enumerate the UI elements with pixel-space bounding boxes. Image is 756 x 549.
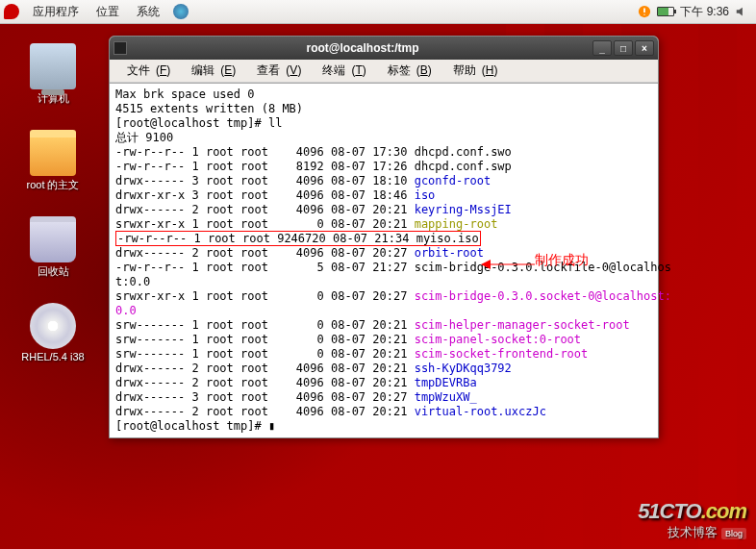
annotation-text: 制作成功 [535,252,589,269]
menu-system[interactable]: 系统 [129,1,167,23]
browser-icon[interactable] [173,4,189,19]
window-title: root@localhost:/tmp [133,41,592,55]
menu-file[interactable]: 文件(F) [115,61,176,81]
volume-icon[interactable] [735,5,748,18]
menu-applications[interactable]: 应用程序 [25,1,87,23]
menu-tabs[interactable]: 标签(B) [376,61,438,81]
minimize-button[interactable]: _ [592,40,612,56]
home-folder-icon[interactable]: root 的主文 [19,130,87,192]
menu-edit[interactable]: 编辑(E) [180,61,241,81]
annotation-arrow [481,258,537,271]
watermark: 51CTO.com 技术博客Blog [638,499,746,541]
trash-label: 回收站 [19,264,87,279]
trash-icon[interactable]: 回收站 [19,216,87,279]
home-label: root 的主文 [19,178,87,192]
disc-icon[interactable]: RHEL/5.4 i38 [19,303,87,362]
menu-terminal[interactable]: 终端(T) [311,61,371,81]
menu-view[interactable]: 查看(V) [245,61,307,81]
menu-help[interactable]: 帮助(H) [441,61,504,81]
close-button[interactable]: × [635,40,654,56]
terminal-icon [113,41,127,55]
battery-icon[interactable] [657,7,674,16]
terminal-window: root@localhost:/tmp _ □ × 文件(F) 编辑(E) 查看… [109,36,659,438]
redhat-icon[interactable] [4,4,19,19]
update-icon[interactable] [638,5,651,18]
clock[interactable]: 下午 9:36 [680,4,729,20]
maximize-button[interactable]: □ [614,40,633,56]
computer-icon[interactable]: 计算机 [19,43,87,106]
menu-places[interactable]: 位置 [88,1,127,23]
top-panel: 应用程序 位置 系统 下午 9:36 [0,0,756,24]
disc-label: RHEL/5.4 i38 [19,351,87,362]
titlebar[interactable]: root@localhost:/tmp _ □ × [110,37,658,60]
menubar: 文件(F) 编辑(E) 查看(V) 终端(T) 标签(B) 帮助(H) [110,60,658,83]
